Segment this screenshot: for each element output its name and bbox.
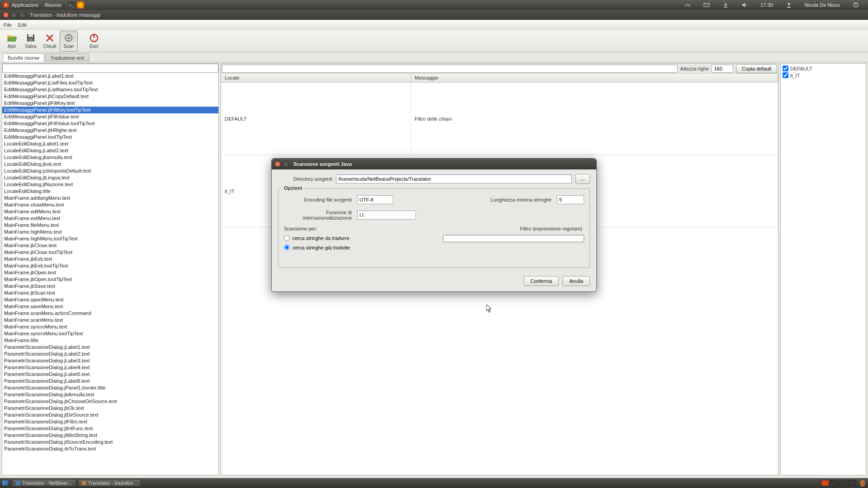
minlen-input[interactable]	[557, 195, 584, 204]
list-item[interactable]: LocaleEditDialog.jLabel1.text	[2, 141, 218, 147]
locale-checkbox-it[interactable]: it_IT	[783, 72, 864, 78]
list-item[interactable]: ParametriScansioneDialog.jbOk.text	[2, 405, 218, 412]
checkbox[interactable]	[783, 72, 788, 78]
list-item[interactable]: MainFrame.title	[2, 337, 218, 344]
shutdown-icon[interactable]	[853, 2, 859, 8]
key-filter-input[interactable]	[2, 64, 218, 73]
list-item[interactable]: LocaleEditDialog.title	[2, 188, 218, 195]
list-item[interactable]: MainFrame.jbClose.toolTipText	[2, 249, 218, 256]
list-item[interactable]: ParametriScansioneDialog.jLabel4.text	[2, 364, 218, 371]
list-item[interactable]: MainFrame.scanMenu.text	[2, 317, 218, 324]
list-item[interactable]: MainFrame.editMenu.text	[2, 208, 218, 215]
applications-menu[interactable]: Applicazioni	[12, 2, 38, 8]
mail-icon[interactable]	[703, 2, 710, 8]
column-locale[interactable]: Locale	[221, 74, 411, 82]
list-item[interactable]: ParametriScansioneDialog.rbToTrans.text	[2, 446, 218, 452]
user-name[interactable]: Nicola De Nisco	[805, 2, 840, 8]
save-button[interactable]: Salva	[22, 31, 40, 52]
list-item[interactable]: MainFrame.highMenu.toolTipText	[2, 235, 218, 242]
list-item[interactable]: EditMessaggiPanel.jbCopyDefault.text	[2, 93, 218, 100]
list-item[interactable]: ParametriScansioneDialog.jtIntFunc.text	[2, 425, 218, 432]
close-button[interactable]: Chiudi	[41, 31, 59, 52]
list-item[interactable]: EditMessaggiPanel.jListNames.toolTipText	[2, 86, 218, 93]
workspace-3[interactable]	[839, 480, 847, 486]
list-item[interactable]: LocaleEditDialog.jbok.text	[2, 161, 218, 168]
exit-button[interactable]: Esci	[85, 31, 103, 52]
volume-icon[interactable]	[741, 2, 748, 8]
list-item[interactable]: MainFrame.exitMenu.text	[2, 215, 218, 222]
network-icon[interactable]	[684, 2, 691, 8]
list-item[interactable]: LocaleEditDialog.jtNazione.text	[2, 181, 218, 188]
trash-icon[interactable]	[859, 479, 866, 487]
list-item[interactable]: ParametriScansioneDialog.jLabel5.text	[2, 371, 218, 378]
list-item[interactable]: MainFrame.jbExit.toolTipText	[2, 263, 218, 269]
tab-bundle-risorse[interactable]: Bundle risorse	[3, 53, 44, 62]
list-item[interactable]: MainFrame.jbOpen.text	[2, 269, 218, 276]
list-item[interactable]: MainFrame.jbSave.text	[2, 283, 218, 290]
list-item[interactable]: EditMessaggiPanel.jtFiltValue.text	[2, 113, 218, 120]
cancel-button[interactable]: Anulla	[562, 276, 590, 286]
list-item[interactable]: LocaleEditDialog.jcbImportaDefault.text	[2, 168, 218, 174]
radio-already-translated[interactable]: cerca stringhe già tradotte	[284, 244, 425, 250]
list-item[interactable]: ParametriScansioneDialog.jLabel6.text	[2, 378, 218, 385]
list-item[interactable]: MainFrame.highMenu.text	[2, 229, 218, 235]
list-item[interactable]: EditMessaggiPanel.jtFiltKey.text	[2, 100, 218, 107]
list-item[interactable]: MainFrame.addlangMenu.text	[2, 195, 218, 202]
list-item[interactable]: EditMessaggiPanel.jLabel1.text	[2, 73, 218, 80]
list-item[interactable]: ParametriScansioneDialog.jbAnnulla.text	[2, 391, 218, 398]
list-item[interactable]: MainFrame.closeMenu.text	[2, 202, 218, 208]
browse-button[interactable]: ...	[576, 174, 590, 184]
i18n-func-input[interactable]	[357, 211, 416, 220]
list-item[interactable]: MainFrame.jbExit.text	[2, 256, 218, 263]
locale-checkbox-default[interactable]: DEFAULT	[783, 66, 864, 71]
confirm-button[interactable]: Conferma	[524, 276, 559, 286]
list-item[interactable]: LocaleEditDialog.jbannulla.text	[2, 154, 218, 161]
window-minimize-icon[interactable]	[11, 12, 17, 18]
list-item[interactable]: EditMessaggiPanel.toolTipText	[2, 134, 218, 141]
workspace-4[interactable]	[848, 480, 856, 486]
workspace-2[interactable]	[830, 480, 838, 486]
window-close-icon[interactable]	[3, 12, 9, 18]
window-maximize-icon[interactable]	[19, 12, 25, 18]
menu-edit[interactable]: Edit	[18, 22, 27, 28]
radio-to-translate[interactable]: cerca stringhe da tradurre	[284, 235, 425, 241]
list-item[interactable]: LocaleEditDialog.jLabel2.text	[2, 147, 218, 154]
menu-file[interactable]: File	[4, 22, 12, 28]
ubuntu-logo-icon[interactable]	[3, 2, 9, 8]
list-item[interactable]: ParametriScansioneDialog.jLabel2.text	[2, 351, 218, 357]
list-item[interactable]: MainFrame.openMenu.text	[2, 296, 218, 303]
list-item[interactable]: ParametriScansioneDialog.jLabel1.text	[2, 344, 218, 351]
list-item[interactable]: ParametriScansioneDialog.jbChooseDirSour…	[2, 398, 218, 405]
column-message[interactable]: Messaggio	[411, 74, 778, 82]
firefox-launcher-icon[interactable]	[77, 1, 84, 9]
radio[interactable]	[284, 235, 290, 241]
open-button[interactable]: Apri	[3, 31, 21, 52]
list-item[interactable]: EditMessaggiPanel.jListFiles.toolTipText	[2, 80, 218, 86]
show-desktop-icon[interactable]	[2, 480, 9, 486]
list-item[interactable]: MainFrame.scanMenu.actionCommand	[2, 310, 218, 317]
message-cell[interactable]: Filtro delle chiavi	[411, 83, 778, 155]
list-item[interactable]: MainFrame.fileMenu.text	[2, 222, 218, 229]
list-item[interactable]: MainFrame.jbScan.text	[2, 290, 218, 296]
list-item[interactable]: ParametriScansioneDialog.jtMinString.tex…	[2, 432, 218, 439]
regex-filter-input[interactable]	[443, 235, 584, 242]
list-item[interactable]: ParametriScansioneDialog.jtSourceEncodin…	[2, 439, 218, 446]
tab-traduzione-xml[interactable]: Traduzione xml	[45, 53, 89, 62]
taskbar-item-translator[interactable]: Translator - traduttor...	[78, 479, 141, 487]
list-item[interactable]: MainFrame.jbClose.text	[2, 242, 218, 249]
checkbox[interactable]	[783, 66, 788, 71]
table-row[interactable]: DEFAULT Filtro delle chiavi	[221, 83, 778, 155]
message-filter-input[interactable]	[222, 65, 678, 73]
list-item[interactable]: EditMessaggiPanel.jtFiltKey.toolTipText	[2, 107, 218, 113]
encoding-input[interactable]	[357, 195, 393, 204]
list-item[interactable]: ParametriScansioneDialog.jPanel1.border.…	[2, 385, 218, 391]
terminal-launcher-icon[interactable]: >_	[68, 1, 75, 9]
updates-icon[interactable]	[722, 2, 729, 8]
clock[interactable]: 17:30	[760, 2, 773, 8]
list-item[interactable]: MainFrame.saveMenu.text	[2, 303, 218, 310]
workspace-1[interactable]	[821, 480, 829, 486]
list-item[interactable]: EditMessaggiPanel.jtFiltValue.toolTipTex…	[2, 120, 218, 127]
places-menu[interactable]: Risorse	[45, 2, 61, 8]
dialog-titlebar[interactable]: Scansione sorgenti Java	[272, 159, 596, 169]
list-item[interactable]: MainFrame.syncroMenu.toolTipText	[2, 330, 218, 337]
